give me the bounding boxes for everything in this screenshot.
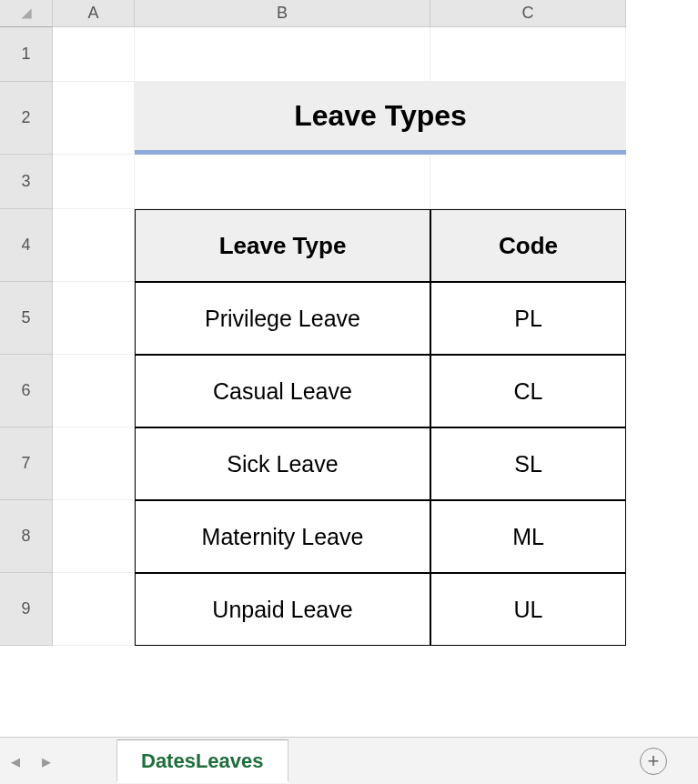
select-all-icon xyxy=(20,7,33,20)
cell[interactable] xyxy=(135,27,430,82)
sheet-tab-bar: ◂ ▸ DatesLeaves + xyxy=(0,737,698,784)
cell[interactable] xyxy=(135,155,430,209)
plus-icon: + xyxy=(648,749,660,773)
select-all-corner[interactable] xyxy=(0,0,53,27)
row-header[interactable]: 2 xyxy=(0,82,53,155)
table-header-type[interactable]: Leave Type xyxy=(135,209,430,282)
row-header[interactable]: 5 xyxy=(0,282,53,355)
table-row[interactable]: Casual Leave xyxy=(135,355,430,427)
cell[interactable] xyxy=(53,573,135,646)
sheet-tab-active[interactable]: DatesLeaves xyxy=(116,739,288,783)
row-header[interactable]: 4 xyxy=(0,209,53,282)
cell[interactable] xyxy=(53,27,135,82)
table-row[interactable]: SL xyxy=(430,427,626,500)
prev-sheet-button[interactable]: ◂ xyxy=(0,738,31,785)
row-header[interactable]: 9 xyxy=(0,573,53,646)
row-header[interactable]: 7 xyxy=(0,427,53,500)
col-header-c[interactable]: C xyxy=(430,0,626,27)
table-row[interactable]: Sick Leave xyxy=(135,427,430,500)
table-row[interactable]: PL xyxy=(430,282,626,355)
cell[interactable] xyxy=(430,27,626,82)
table-row[interactable]: ML xyxy=(430,500,626,573)
row-header[interactable]: 3 xyxy=(0,155,53,209)
table-row[interactable]: Privilege Leave xyxy=(135,282,430,355)
col-header-b[interactable]: B xyxy=(135,0,430,27)
next-sheet-button[interactable]: ▸ xyxy=(31,738,62,785)
cell[interactable] xyxy=(53,500,135,573)
cell[interactable] xyxy=(53,282,135,355)
col-header-a[interactable]: A xyxy=(53,0,135,27)
cell[interactable] xyxy=(53,82,135,155)
table-header-code[interactable]: Code xyxy=(430,209,626,282)
row-header[interactable]: 1 xyxy=(0,27,53,82)
spreadsheet-grid: A B C 1 2 Leave Types 3 4 Leave Type Cod… xyxy=(0,0,698,646)
table-row[interactable]: Unpaid Leave xyxy=(135,573,430,646)
table-row[interactable]: UL xyxy=(430,573,626,646)
row-header[interactable]: 6 xyxy=(0,355,53,427)
table-row[interactable]: Maternity Leave xyxy=(135,500,430,573)
cell[interactable] xyxy=(53,155,135,209)
cell[interactable] xyxy=(53,209,135,282)
cell[interactable] xyxy=(53,427,135,500)
table-row[interactable]: CL xyxy=(430,355,626,427)
title-cell[interactable]: Leave Types xyxy=(135,82,626,155)
row-header[interactable]: 8 xyxy=(0,500,53,573)
cell[interactable] xyxy=(430,155,626,209)
cell[interactable] xyxy=(53,355,135,427)
add-sheet-button[interactable]: + xyxy=(640,748,667,775)
